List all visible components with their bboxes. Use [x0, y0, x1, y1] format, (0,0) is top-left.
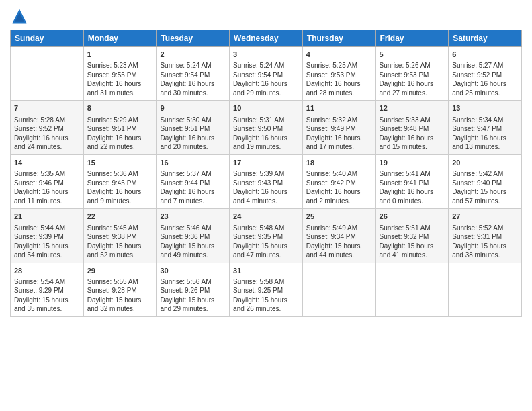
- day-number: 12: [380, 103, 445, 113]
- cell-text: Sunrise: 5:28 AMSunset: 9:52 PMDaylight:…: [14, 116, 80, 152]
- calendar-week: 14Sunrise: 5:35 AMSunset: 9:46 PMDayligh…: [11, 154, 522, 208]
- calendar-cell: 12Sunrise: 5:33 AMSunset: 9:48 PMDayligh…: [375, 101, 449, 154]
- cell-text: Sunrise: 5:34 AMSunset: 9:47 PMDaylight:…: [452, 116, 518, 152]
- day-header: Sunday: [11, 30, 84, 47]
- calendar-cell: 17Sunrise: 5:39 AMSunset: 9:43 PMDayligh…: [230, 154, 303, 208]
- day-number: 29: [87, 266, 153, 276]
- calendar-cell: 8Sunrise: 5:29 AMSunset: 9:51 PMDaylight…: [83, 101, 157, 154]
- calendar-cell: [11, 47, 84, 101]
- cell-text: Sunrise: 5:29 AMSunset: 9:51 PMDaylight:…: [87, 116, 153, 152]
- day-number: 20: [452, 158, 518, 168]
- day-number: 2: [160, 50, 226, 60]
- day-number: 11: [306, 103, 372, 113]
- cell-text: Sunrise: 5:36 AMSunset: 9:45 PMDaylight:…: [87, 169, 153, 205]
- calendar-cell: 16Sunrise: 5:37 AMSunset: 9:44 PMDayligh…: [157, 154, 230, 208]
- cell-text: Sunrise: 5:58 AMSunset: 9:25 PMDaylight:…: [233, 277, 299, 314]
- calendar-cell: [449, 263, 522, 316]
- calendar-cell: 6Sunrise: 5:27 AMSunset: 9:52 PMDaylight…: [449, 47, 522, 101]
- calendar-week: 1Sunrise: 5:23 AMSunset: 9:55 PMDaylight…: [11, 47, 522, 101]
- cell-text: Sunrise: 5:44 AMSunset: 9:39 PMDaylight:…: [14, 224, 80, 260]
- calendar-cell: 26Sunrise: 5:51 AMSunset: 9:32 PMDayligh…: [375, 209, 449, 263]
- calendar-cell: 3Sunrise: 5:24 AMSunset: 9:54 PMDaylight…: [230, 47, 303, 101]
- day-number: 19: [380, 158, 445, 168]
- day-number: 26: [380, 212, 445, 222]
- calendar-cell: 22Sunrise: 5:45 AMSunset: 9:38 PMDayligh…: [83, 209, 157, 263]
- day-number: 3: [233, 50, 299, 60]
- day-header: Saturday: [449, 30, 522, 47]
- cell-text: Sunrise: 5:46 AMSunset: 9:36 PMDaylight:…: [160, 224, 226, 260]
- calendar-week: 28Sunrise: 5:54 AMSunset: 9:29 PMDayligh…: [11, 263, 522, 316]
- day-number: 1: [87, 50, 153, 60]
- calendar-cell: 27Sunrise: 5:52 AMSunset: 9:31 PMDayligh…: [449, 209, 522, 263]
- day-number: 30: [160, 266, 226, 276]
- day-number: 28: [14, 266, 80, 276]
- calendar-week: 7Sunrise: 5:28 AMSunset: 9:52 PMDaylight…: [11, 101, 522, 154]
- cell-text: Sunrise: 5:24 AMSunset: 9:54 PMDaylight:…: [233, 61, 299, 97]
- day-number: 5: [380, 50, 445, 60]
- calendar-cell: [375, 263, 449, 316]
- day-number: 27: [452, 212, 518, 222]
- day-number: 14: [14, 158, 80, 168]
- cell-text: Sunrise: 5:30 AMSunset: 9:51 PMDaylight:…: [160, 116, 226, 152]
- header-row: SundayMondayTuesdayWednesdayThursdayFrid…: [11, 30, 522, 47]
- cell-text: Sunrise: 5:39 AMSunset: 9:43 PMDaylight:…: [233, 169, 299, 205]
- calendar-table: SundayMondayTuesdayWednesdayThursdayFrid…: [10, 30, 522, 317]
- calendar-cell: 19Sunrise: 5:41 AMSunset: 9:41 PMDayligh…: [375, 154, 449, 208]
- day-number: 15: [87, 158, 153, 168]
- cell-text: Sunrise: 5:33 AMSunset: 9:48 PMDaylight:…: [380, 116, 445, 152]
- calendar-cell: 20Sunrise: 5:42 AMSunset: 9:40 PMDayligh…: [449, 154, 522, 208]
- cell-text: Sunrise: 5:55 AMSunset: 9:28 PMDaylight:…: [87, 277, 153, 314]
- calendar-cell: 14Sunrise: 5:35 AMSunset: 9:46 PMDayligh…: [11, 154, 84, 208]
- cell-text: Sunrise: 5:23 AMSunset: 9:55 PMDaylight:…: [87, 61, 153, 97]
- calendar-cell: 15Sunrise: 5:36 AMSunset: 9:45 PMDayligh…: [83, 154, 157, 208]
- cell-text: Sunrise: 5:31 AMSunset: 9:50 PMDaylight:…: [233, 116, 299, 152]
- cell-text: Sunrise: 5:56 AMSunset: 9:26 PMDaylight:…: [160, 277, 226, 314]
- day-number: 6: [452, 50, 518, 60]
- calendar-cell: 9Sunrise: 5:30 AMSunset: 9:51 PMDaylight…: [157, 101, 230, 154]
- day-number: 17: [233, 158, 299, 168]
- day-number: 8: [87, 103, 153, 113]
- page: SundayMondayTuesdayWednesdayThursdayFrid…: [0, 0, 532, 411]
- calendar-cell: 1Sunrise: 5:23 AMSunset: 9:55 PMDaylight…: [83, 47, 157, 101]
- cell-text: Sunrise: 5:48 AMSunset: 9:35 PMDaylight:…: [233, 224, 299, 260]
- cell-text: Sunrise: 5:49 AMSunset: 9:34 PMDaylight:…: [306, 224, 372, 260]
- day-number: 4: [306, 50, 372, 60]
- day-number: 23: [160, 212, 226, 222]
- calendar-cell: 30Sunrise: 5:56 AMSunset: 9:26 PMDayligh…: [157, 263, 230, 316]
- calendar-week: 21Sunrise: 5:44 AMSunset: 9:39 PMDayligh…: [11, 209, 522, 263]
- logo-icon: [10, 7, 29, 26]
- day-number: 22: [87, 212, 153, 222]
- logo: [10, 7, 32, 26]
- cell-text: Sunrise: 5:42 AMSunset: 9:40 PMDaylight:…: [452, 169, 518, 205]
- day-header: Friday: [375, 30, 449, 47]
- calendar-cell: 2Sunrise: 5:24 AMSunset: 9:54 PMDaylight…: [157, 47, 230, 101]
- cell-text: Sunrise: 5:40 AMSunset: 9:42 PMDaylight:…: [306, 169, 372, 205]
- cell-text: Sunrise: 5:54 AMSunset: 9:29 PMDaylight:…: [14, 277, 80, 314]
- calendar-cell: 10Sunrise: 5:31 AMSunset: 9:50 PMDayligh…: [230, 101, 303, 154]
- calendar-cell: 25Sunrise: 5:49 AMSunset: 9:34 PMDayligh…: [302, 209, 375, 263]
- day-number: 10: [233, 103, 299, 113]
- cell-text: Sunrise: 5:45 AMSunset: 9:38 PMDaylight:…: [87, 224, 153, 260]
- calendar-cell: 11Sunrise: 5:32 AMSunset: 9:49 PMDayligh…: [302, 101, 375, 154]
- day-number: 9: [160, 103, 226, 113]
- day-header: Thursday: [302, 30, 375, 47]
- cell-text: Sunrise: 5:41 AMSunset: 9:41 PMDaylight:…: [380, 169, 445, 205]
- cell-text: Sunrise: 5:37 AMSunset: 9:44 PMDaylight:…: [160, 169, 226, 205]
- calendar-cell: 5Sunrise: 5:26 AMSunset: 9:53 PMDaylight…: [375, 47, 449, 101]
- calendar-cell: 13Sunrise: 5:34 AMSunset: 9:47 PMDayligh…: [449, 101, 522, 154]
- cell-text: Sunrise: 5:35 AMSunset: 9:46 PMDaylight:…: [14, 169, 80, 205]
- day-number: 16: [160, 158, 226, 168]
- cell-text: Sunrise: 5:24 AMSunset: 9:54 PMDaylight:…: [160, 61, 226, 97]
- day-number: 25: [306, 212, 372, 222]
- day-number: 31: [233, 266, 299, 276]
- day-header: Tuesday: [157, 30, 230, 47]
- day-header: Monday: [83, 30, 157, 47]
- calendar-cell: 29Sunrise: 5:55 AMSunset: 9:28 PMDayligh…: [83, 263, 157, 316]
- calendar-cell: 21Sunrise: 5:44 AMSunset: 9:39 PMDayligh…: [11, 209, 84, 263]
- cell-text: Sunrise: 5:27 AMSunset: 9:52 PMDaylight:…: [452, 61, 518, 97]
- calendar-cell: [302, 263, 375, 316]
- day-header: Wednesday: [230, 30, 303, 47]
- calendar-cell: 28Sunrise: 5:54 AMSunset: 9:29 PMDayligh…: [11, 263, 84, 316]
- calendar-cell: 31Sunrise: 5:58 AMSunset: 9:25 PMDayligh…: [230, 263, 303, 316]
- calendar-cell: 24Sunrise: 5:48 AMSunset: 9:35 PMDayligh…: [230, 209, 303, 263]
